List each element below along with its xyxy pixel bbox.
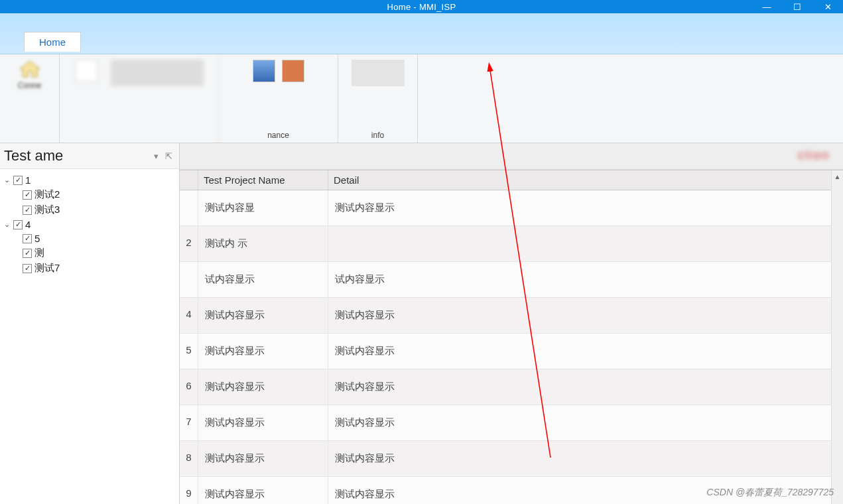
sidebar-title: Test ame: [4, 147, 63, 164]
cell-detail: [328, 226, 843, 261]
tree-checkbox[interactable]: ✓: [13, 220, 23, 229]
tree-node[interactable]: ⌄✓ 1: [3, 173, 176, 187]
tree-node-label: 测: [34, 247, 44, 259]
ribbon-group-label: info: [371, 131, 384, 140]
row-number: [180, 190, 198, 225]
sidebar-pin-icon[interactable]: ⇱: [165, 151, 172, 161]
tree-checkbox[interactable]: ✓: [23, 206, 32, 215]
window-title: Home - MMI_ISP: [387, 2, 456, 12]
table-row[interactable]: 试内容显示 试内容显示: [180, 262, 843, 298]
cell-project-name: 试内容显示: [198, 262, 328, 297]
expander-icon[interactable]: ⌄: [3, 176, 11, 184]
tree-node[interactable]: ⌄✓ 4: [3, 218, 176, 231]
ribbon-group-label: [138, 131, 140, 140]
minimize-button[interactable]: —: [751, 0, 782, 13]
ribbon-group-blurred-1: [60, 54, 219, 143]
cell-project-name: 测试内容显示: [198, 441, 328, 476]
row-number: 4: [180, 298, 198, 333]
row-number: 8: [180, 441, 198, 476]
status-red-text: ction: [798, 149, 830, 162]
cell-project-name: 测试内容显示: [198, 369, 328, 405]
sidebar-header: Test ame ▾ ⇱: [0, 143, 179, 169]
row-number: 5: [180, 334, 198, 369]
tree-node-label: 1: [25, 174, 31, 186]
table-row[interactable]: 7测试内容显示测试内容显示: [180, 405, 843, 441]
ribbon-group-maintenance: nance: [219, 54, 338, 143]
cell-project-name: 测试内容显示: [198, 334, 328, 369]
tree-node-label: 测试2: [34, 188, 60, 201]
scroll-up-icon[interactable]: ▲: [832, 170, 843, 182]
tree-node-label: 4: [25, 219, 31, 230]
grid-header-checkbox[interactable]: [180, 170, 198, 190]
tree-checkbox[interactable]: ✓: [23, 190, 32, 200]
cell-project-name: 测试内容显示: [198, 298, 328, 333]
grid-header-row: Test Project Name Detail: [180, 170, 843, 190]
sidebar-test-tree: Test ame ▾ ⇱ ⌄✓ 1✓测试2✓测试3⌄✓ 4✓ 5✓测 ✓测试7: [0, 143, 180, 504]
status-strip: ction: [180, 143, 843, 170]
row-number: 2: [180, 226, 198, 261]
tree-child-node[interactable]: ✓ 5: [23, 231, 176, 245]
cell-project-name: 测试内容显示: [198, 405, 328, 440]
tree-view[interactable]: ⌄✓ 1✓测试2✓测试3⌄✓ 4✓ 5✓测 ✓测试7: [0, 169, 179, 280]
generic-icon: [75, 60, 97, 82]
tree-checkbox[interactable]: ✓: [23, 264, 32, 273]
content-panel: ction Test Project Name Detail 测试内容显测试内容…: [180, 143, 843, 504]
connect-button[interactable]: Conne: [18, 60, 41, 90]
row-number: [180, 262, 198, 297]
cell-detail: 测试内容显示: [328, 190, 843, 225]
cell-detail: 试内容显示: [328, 262, 843, 297]
ribbon-body: Conne nance info: [0, 54, 843, 143]
connect-label: Conne: [18, 81, 41, 90]
cell-project-name: 测试内容显: [198, 190, 328, 225]
maximize-button[interactable]: ☐: [782, 0, 812, 13]
table-row[interactable]: 8测试内容显示测试内容显示: [180, 441, 843, 477]
svg-marker-0: [20, 61, 40, 77]
table-row[interactable]: 测试内容显测试内容显示: [180, 190, 843, 226]
ribbon-group-label: nance: [267, 131, 289, 140]
cell-detail: 测试内容显示: [328, 441, 843, 476]
ribbon-tab-home[interactable]: Home: [24, 32, 81, 52]
ribbon-tab-strip: Home: [0, 13, 843, 54]
table-row[interactable]: 5测试内容显示测试内容显示: [180, 334, 843, 369]
table-row[interactable]: 2测试内 示: [180, 226, 843, 262]
cell-project-name: 测试内 示: [198, 226, 328, 261]
house-icon: [19, 60, 41, 78]
row-number: 7: [180, 405, 198, 440]
tree-child-node[interactable]: ✓测试3: [23, 202, 176, 218]
titlebar: Home - MMI_ISP — ☐ ✕: [0, 0, 843, 13]
row-number: 9: [180, 477, 198, 504]
tree-node-label: 测试7: [34, 262, 60, 275]
ribbon-group-info: info: [338, 54, 418, 143]
tree-child-node[interactable]: ✓测试7: [23, 261, 176, 276]
watermark-text: CSDN @春蕾夏荷_728297725: [706, 487, 834, 499]
vertical-scrollbar[interactable]: ▲: [831, 170, 843, 504]
cell-detail: 测试内容显示: [328, 369, 843, 405]
cell-detail: 测试内容显示: [328, 405, 843, 440]
table-row[interactable]: 4测试内容显示测试内容显示: [180, 298, 843, 334]
tree-node-label: 测试3: [34, 204, 60, 216]
ribbon-group-connect: Conne: [0, 54, 60, 143]
generic-icon: [282, 60, 304, 82]
tree-child-node[interactable]: ✓测: [23, 245, 176, 261]
sidebar-dropdown-icon[interactable]: ▾: [154, 151, 159, 161]
cell-project-name: 测试内容显示: [198, 477, 328, 504]
tree-checkbox[interactable]: ✓: [23, 249, 32, 258]
tree-node-label: 5: [34, 233, 40, 244]
cell-detail: 测试内容显示: [328, 334, 843, 369]
tree-child-node[interactable]: ✓测试2: [23, 187, 176, 202]
table-row[interactable]: 6测试内容显示测试内容显示: [180, 369, 843, 405]
tree-checkbox[interactable]: ✓: [23, 234, 32, 243]
window-controls: — ☐ ✕: [751, 0, 843, 13]
tree-checkbox[interactable]: ✓: [13, 176, 23, 185]
row-number: 6: [180, 369, 198, 405]
expander-icon[interactable]: ⌄: [3, 220, 11, 229]
grid-header-detail[interactable]: Detail: [328, 170, 843, 190]
main-area: Test ame ▾ ⇱ ⌄✓ 1✓测试2✓测试3⌄✓ 4✓ 5✓测 ✓测试7 …: [0, 143, 843, 504]
cell-detail: 测试内容显示: [328, 298, 843, 333]
close-button[interactable]: ✕: [812, 0, 843, 13]
generic-icon: [253, 60, 275, 82]
ribbon-group-label: [29, 131, 31, 140]
grid-header-project-name[interactable]: Test Project Name: [198, 170, 328, 190]
test-grid: Test Project Name Detail 测试内容显测试内容显示2测试内…: [180, 170, 843, 504]
